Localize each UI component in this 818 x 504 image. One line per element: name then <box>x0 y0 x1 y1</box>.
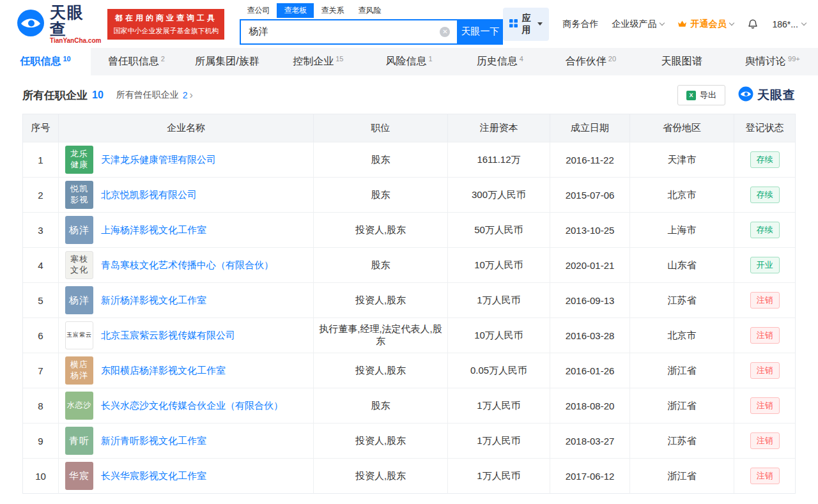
company-logo: 华宸 <box>65 462 93 490</box>
row-index: 10 <box>23 459 59 493</box>
date-cell: 2016-03-28 <box>550 318 630 353</box>
table-row: 8 水恋沙 长兴水恋沙文化传媒合伙企业（有限合伙） 股东 1万人民币 2018-… <box>23 388 795 423</box>
profile-tab-count: 99+ <box>788 55 800 63</box>
search-type-tab-label: 查公司 <box>247 6 270 15</box>
notification-bell-button[interactable] <box>747 19 759 30</box>
date-cell: 2018-08-20 <box>550 388 630 423</box>
search-type-tab-label: 查关系 <box>321 6 344 15</box>
search-input[interactable] <box>240 19 457 45</box>
section-title-count: 10 <box>92 89 104 101</box>
promo-banner: 都在用的商业查询工具 国家中小企业发展子基金旗下机构 <box>107 9 224 40</box>
vip-menu[interactable]: 开通会员 <box>677 19 734 30</box>
company-name-link[interactable]: 北京玉宸紫云影视传媒有限公司 <box>101 330 235 342</box>
column-header: 注册资本 <box>448 114 550 142</box>
company-logo: 玉宸紫云 <box>65 321 93 349</box>
region-cell: 浙江省 <box>630 459 734 493</box>
table-row: 1 龙乐健康 天津龙乐健康管理有限公司 股东 1611.12万 2016-11-… <box>23 142 795 177</box>
date-cell: 2015-07-06 <box>550 178 630 212</box>
region-cell: 天津市 <box>630 142 734 177</box>
company-name-link[interactable]: 长兴华宸影视文化工作室 <box>101 470 206 482</box>
company-name-link[interactable]: 北京悦凯影视有限公司 <box>101 189 197 201</box>
promo-banner-line2: 国家中小企业发展子基金旗下机构 <box>113 26 219 36</box>
card-brand-logo: 天眼查 <box>738 86 796 104</box>
status-badge: 存续 <box>750 222 780 238</box>
company-name-link[interactable]: 天津龙乐健康管理有限公司 <box>101 154 216 166</box>
profile-tab[interactable]: 任职信息 10 <box>0 48 91 75</box>
search-type-tab[interactable]: 查公司 <box>240 3 277 18</box>
export-label: 导出 <box>700 89 716 101</box>
company-name-link[interactable]: 青岛寒枝文化艺术传播中心（有限合伙） <box>101 259 274 271</box>
promo-banner-line1: 都在用的商业查询工具 <box>113 13 219 24</box>
bell-icon <box>747 19 759 30</box>
export-button[interactable]: X 导出 <box>677 85 725 105</box>
excel-icon: X <box>686 91 696 100</box>
column-header: 职位 <box>314 114 448 142</box>
clear-search-icon[interactable]: ✕ <box>440 27 450 37</box>
chevron-right-icon: › <box>190 89 193 101</box>
former-positions-label: 所有曾任职企业 <box>116 89 179 101</box>
profile-tab[interactable]: 舆情讨论 99+ <box>727 48 818 75</box>
business-cooperation-link[interactable]: 商务合作 <box>562 19 598 30</box>
profile-tab[interactable]: 控制企业 15 <box>273 48 364 75</box>
row-index: 8 <box>23 388 59 423</box>
profile-tab-count: 4 <box>520 55 523 63</box>
row-index: 4 <box>23 248 59 282</box>
profile-tab[interactable]: 所属集团/族群 <box>181 48 272 75</box>
region-cell: 浙江省 <box>630 353 734 388</box>
former-positions-link[interactable]: 所有曾任职企业 2 › <box>116 89 193 101</box>
date-cell: 2013-10-25 <box>550 213 630 247</box>
region-cell: 山东省 <box>630 248 734 282</box>
company-name-link[interactable]: 东阳横店杨洋影视文化工作室 <box>101 365 226 377</box>
region-cell: 北京市 <box>630 178 734 212</box>
profile-tab[interactable]: 风险信息 1 <box>364 48 454 75</box>
company-logo: 杨洋 <box>65 216 93 244</box>
company-logo: 横店杨洋 <box>65 356 93 385</box>
profile-tab[interactable]: 合作伙伴 20 <box>545 48 636 75</box>
search-type-tab[interactable]: 查风险 <box>351 3 388 18</box>
company-name-link[interactable]: 新沂杨洋影视文化工作室 <box>101 294 206 307</box>
enterprise-products-menu[interactable]: 企业级产品 <box>612 19 664 30</box>
chevron-down-icon <box>801 20 806 26</box>
chevron-down-icon <box>729 20 734 26</box>
company-logo: 水恋沙 <box>65 392 93 420</box>
search-type-tab[interactable]: 查关系 <box>314 3 351 18</box>
apps-menu[interactable]: 应用 <box>503 8 549 41</box>
search-area: 查公司 查老板 查关系 查风险 ✕ 天眼一下 <box>240 4 503 45</box>
logo-title: 天眼查 <box>50 4 101 38</box>
logo-subtitle: TianYanCha.com <box>50 37 101 44</box>
search-type-tab[interactable]: 查老板 <box>277 3 314 18</box>
company-name-link[interactable]: 新沂青听影视文化工作室 <box>101 435 206 447</box>
profile-tab-label: 舆情讨论 <box>745 55 786 68</box>
tianyancha-logo[interactable]: 天眼查 TianYanCha.com <box>17 4 101 45</box>
former-positions-count: 2 <box>183 90 188 100</box>
table-body: 1 龙乐健康 天津龙乐健康管理有限公司 股东 1611.12万 2016-11-… <box>23 142 795 493</box>
column-header: 登记状态 <box>734 114 795 142</box>
column-header: 成立日期 <box>550 114 630 142</box>
profile-tab[interactable]: 曾任职信息 2 <box>91 48 181 75</box>
account-phone-label: 186*... <box>772 19 798 29</box>
position-cell: 股东 <box>314 248 448 282</box>
profile-tab[interactable]: 天眼图谱 <box>637 48 727 75</box>
capital-cell: 1611.12万 <box>448 142 550 177</box>
brand-name: 天眼查 <box>757 87 796 103</box>
account-menu[interactable]: 186*... <box>772 19 805 29</box>
search-button[interactable]: 天眼一下 <box>457 19 503 45</box>
company-logo: 青听 <box>65 427 93 455</box>
company-name-link[interactable]: 上海杨洋影视文化工作室 <box>101 224 206 236</box>
profile-tab-label: 历史信息 <box>477 55 518 68</box>
search-type-tab-label: 查老板 <box>284 6 307 15</box>
row-index: 1 <box>23 142 59 177</box>
company-name-link[interactable]: 长兴水恋沙文化传媒合伙企业（有限合伙） <box>101 400 283 412</box>
company-logo: 龙乐健康 <box>65 146 93 174</box>
tianyancha-logo-icon <box>17 9 45 40</box>
status-badge: 存续 <box>750 187 780 203</box>
capital-cell: 1万人民币 <box>448 388 550 423</box>
company-logo: 悦凯影视 <box>65 181 93 209</box>
table-row: 3 杨洋 上海杨洋影视文化工作室 投资人,股东 50万人民币 2013-10-2… <box>23 212 795 247</box>
region-cell: 江苏省 <box>630 283 734 317</box>
profile-tab-count: 20 <box>608 55 616 63</box>
profile-tab[interactable]: 历史信息 4 <box>454 48 545 75</box>
status-badge: 注销 <box>750 397 780 414</box>
profile-tab-count: 15 <box>336 55 343 63</box>
crown-icon <box>677 20 687 28</box>
